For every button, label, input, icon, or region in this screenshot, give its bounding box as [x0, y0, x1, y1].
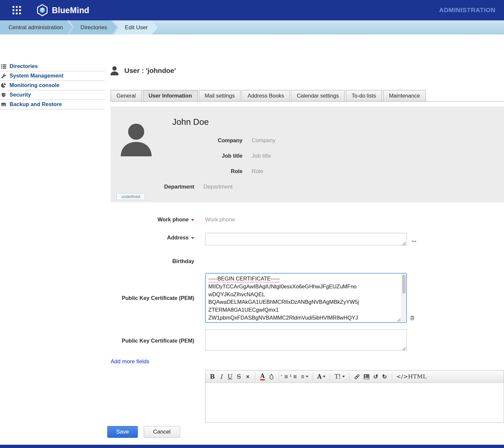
bullet-list-icon[interactable]: •≡ [283, 373, 289, 380]
profile-panel: John Doe Company Job title Role Departme… [111, 106, 504, 202]
sidebar-item-label: Directories [10, 63, 38, 69]
address-textarea-wrap [205, 233, 407, 247]
certificate1-label: Public Key Certificate (PEM) [111, 295, 205, 301]
font-dropdown-icon[interactable]: A [317, 374, 326, 380]
toolbar-separator [313, 373, 313, 381]
resize-grip-icon[interactable] [402, 347, 406, 351]
app-launcher-icon[interactable] [12, 6, 21, 14]
scrollbar-thumb[interactable] [402, 275, 406, 294]
cancel-button[interactable]: Cancel [144, 426, 180, 438]
tab-mail-settings[interactable]: Mail settings [199, 90, 241, 101]
certificate1-textarea[interactable]: -----BEGIN CERTIFICATE----- MIIDyTCCArGg… [205, 273, 407, 323]
undefined-badge[interactable]: undefined [116, 193, 145, 200]
user-info-form: Work phone Address ... Birthday Public K… [111, 215, 504, 352]
tab-general[interactable]: General [111, 90, 142, 101]
delete-certificate-icon[interactable] [410, 315, 415, 321]
strikethrough-icon[interactable]: S [236, 374, 242, 380]
sidebar-item-label: Security [10, 92, 31, 98]
birthday-row: Birthday [111, 257, 504, 265]
address-textarea[interactable] [205, 233, 407, 245]
tab-user-information[interactable]: User Information [143, 90, 198, 101]
bold-icon[interactable]: B [209, 374, 215, 380]
certificate2-label: Public Key Certificate (PEM) [111, 338, 205, 344]
administration-label: ADMINISTRATION [439, 7, 495, 14]
sidebar-item-label: Monitoring console [10, 82, 59, 88]
work-phone-input[interactable] [205, 215, 304, 223]
certificate2-textarea[interactable] [205, 329, 407, 350]
text-color-icon[interactable]: A [260, 373, 265, 380]
sidebar-item-system-management[interactable]: System Management [0, 71, 105, 81]
top-bar: BlueMind ADMINISTRATION [0, 0, 504, 20]
pie-chart-icon [1, 82, 7, 88]
sidebar-item-monitoring-console[interactable]: Monitoring console [0, 81, 105, 90]
department-field[interactable] [203, 184, 295, 190]
certificate-body: MIIDyTCCArGgAwIBAgIUNtgI0esxXo6eGHhwJFgE… [208, 283, 359, 321]
tab-calendar-settings[interactable]: Calendar settings [291, 90, 345, 101]
tab-address-books[interactable]: Address Books [242, 90, 290, 101]
chevron-down-icon [323, 376, 326, 377]
text-color-glyph: A [260, 373, 265, 379]
remove-format-icon[interactable]: × [245, 374, 251, 380]
field-row-department: Department [111, 179, 504, 194]
work-phone-row: Work phone [111, 215, 504, 223]
birthday-label: Birthday [111, 257, 205, 265]
numbered-list-icon[interactable]: 1≡ [292, 373, 298, 380]
brand-logo: BlueMind [36, 4, 89, 16]
toolbar-separator [330, 373, 330, 381]
notes-editor: B I U S × A •≡ 1≡ ≡ A T! [205, 370, 504, 423]
job-title-field[interactable] [252, 153, 344, 159]
page-header: User : 'johndoe' [109, 65, 504, 76]
certificate-scrollbar[interactable] [402, 274, 406, 322]
html-source-button[interactable]: </>HTML [396, 374, 427, 379]
work-phone-label: Work phone [111, 215, 205, 223]
toolbar-separator [279, 373, 279, 381]
role-field[interactable] [252, 168, 344, 175]
toolbar-separator [349, 373, 349, 381]
sidebar-item-security[interactable]: Security [0, 90, 105, 100]
highlight-color-icon[interactable] [268, 374, 274, 380]
breadcrumb-item-central-administration[interactable]: Central administration [0, 20, 73, 34]
insert-image-icon[interactable] [363, 374, 370, 380]
add-more-fields-row: Add more fields [111, 358, 504, 365]
field-row-job-title: Job title [111, 148, 504, 164]
breadcrumb-label: Edit User [125, 24, 148, 31]
certificate1-box-wrap: -----BEGIN CERTIFICATE----- MIIDyTCCArGg… [205, 273, 407, 323]
form-actions: Save Cancel [107, 426, 504, 438]
wrench-icon [1, 73, 7, 78]
footer-bar [0, 445, 504, 448]
resize-grip-icon[interactable] [402, 241, 406, 246]
company-field[interactable] [252, 137, 344, 144]
tab-todo-lists[interactable]: To-do lists [346, 90, 382, 101]
address-type-dropdown-icon[interactable] [191, 237, 194, 239]
tab-bar: General User Information Mail settings A… [111, 90, 504, 101]
align-dropdown-icon[interactable]: ≡ [301, 374, 308, 380]
font-size-dropdown-icon[interactable]: T! [334, 374, 345, 380]
work-phone-type-dropdown-icon[interactable] [191, 219, 194, 221]
profile-name: John Doe [172, 117, 209, 127]
italic-icon[interactable]: I [218, 374, 224, 380]
sidebar-item-label: Backup and Restore [10, 101, 62, 107]
address-more-button[interactable]: ... [411, 236, 416, 243]
editor-content-area[interactable] [205, 383, 504, 422]
breadcrumb-item-edit-user[interactable]: Edit User [114, 20, 158, 34]
breadcrumb-item-directories[interactable]: Directories [69, 20, 117, 34]
user-icon [109, 65, 120, 76]
tab-maintenance[interactable]: Maintenance [383, 90, 426, 101]
save-button[interactable]: Save [107, 426, 138, 438]
chevron-down-icon [342, 376, 345, 377]
sidebar: Directories System Management Monitoring… [0, 62, 105, 109]
sidebar-item-directories[interactable]: Directories [0, 62, 105, 71]
resize-grip-icon[interactable] [397, 318, 401, 322]
add-more-fields-link[interactable]: Add more fields [111, 358, 149, 365]
field-row-company: Company [111, 133, 504, 148]
certificate2-box-wrap [205, 329, 407, 352]
sidebar-item-backup-restore[interactable]: Backup and Restore [0, 100, 105, 109]
number-lines: ≡ [293, 373, 297, 380]
field-row-role: Role [111, 164, 504, 179]
insert-link-icon[interactable] [354, 373, 360, 380]
redo-icon[interactable]: ↻ [382, 374, 388, 380]
undo-icon[interactable]: ↺ [373, 374, 379, 380]
address-label-text: Address [167, 235, 189, 240]
underline-icon[interactable]: U [227, 374, 233, 380]
breadcrumb-label: Directories [80, 24, 107, 31]
